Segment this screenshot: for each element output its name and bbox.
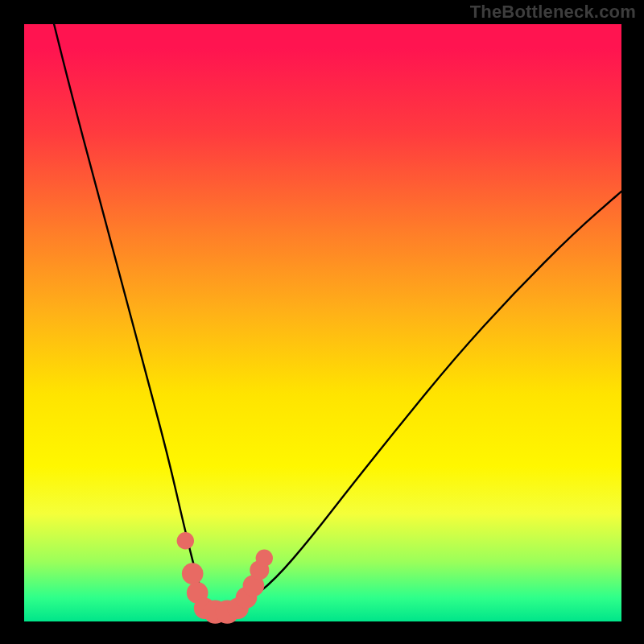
chart-frame: TheBottleneck.com	[0, 0, 644, 644]
valley-marker	[182, 563, 204, 584]
valley-marker	[177, 532, 194, 549]
valley-marker	[256, 550, 273, 567]
curve-path	[54, 24, 621, 609]
watermark-text: TheBottleneck.com	[470, 2, 636, 23]
bottleneck-curve	[0, 0, 644, 644]
